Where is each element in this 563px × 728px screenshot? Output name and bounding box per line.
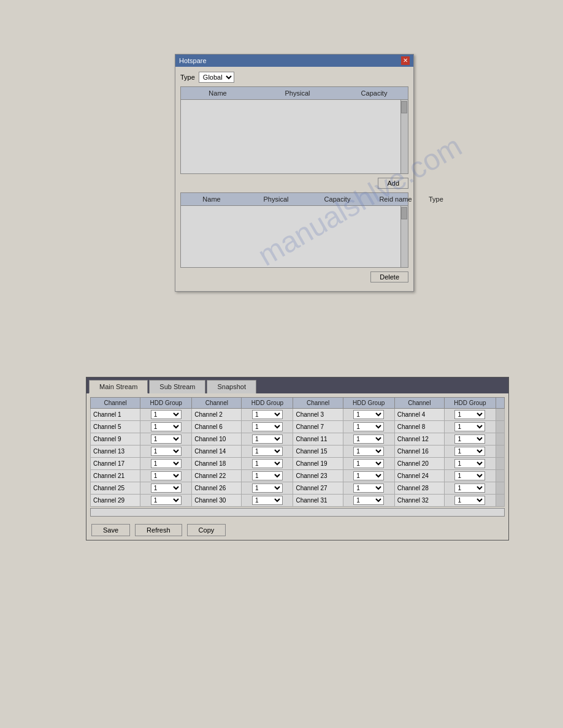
hdd-group-select[interactable]: 1 [151, 496, 182, 505]
hdd-group-select[interactable]: 1 [454, 447, 485, 456]
channel-name-cell: Channel 19 [293, 458, 343, 470]
table-row: Channel 11Channel 21Channel 31Channel 41 [91, 409, 505, 421]
dialog-close-button[interactable]: ✕ [401, 56, 410, 65]
hotspare-dialog: Hotspare ✕ Type Global Local Name Physic… [175, 54, 414, 292]
hdd-group-cell: 1 [242, 421, 293, 433]
hdd-group-select[interactable]: 1 [151, 483, 182, 493]
col-type: Type [426, 194, 446, 204]
tab-fill [258, 380, 508, 393]
hdd-group-select[interactable]: 1 [353, 434, 384, 444]
channel-name-cell: Channel 3 [293, 409, 343, 421]
channel-name-cell: Channel 23 [293, 470, 343, 482]
channel-name-cell: Channel 11 [293, 433, 343, 446]
channel-table: Channel HDD Group Channel HDD Group Chan… [90, 397, 505, 507]
refresh-button[interactable]: Refresh [135, 524, 182, 536]
channel-name-cell: Channel 6 [192, 421, 242, 433]
add-button[interactable]: Add [378, 178, 408, 189]
tab-snapshot[interactable]: Snapshot [207, 380, 256, 393]
hdd-group-select[interactable]: 1 [252, 422, 283, 431]
channel-name-cell: Channel 12 [394, 433, 444, 446]
th-channel4: Channel [394, 398, 444, 409]
hdd-group-select[interactable]: 1 [252, 434, 283, 444]
top-table-header: Name Physical Capacity [181, 87, 408, 100]
dialog-titlebar: Hotspare ✕ [175, 55, 413, 67]
th-hdd1: HDD Group [140, 398, 192, 409]
channel-name-cell: Channel 18 [192, 458, 242, 470]
hdd-group-cell: 1 [140, 409, 192, 421]
th-hdd2: HDD Group [242, 398, 293, 409]
type-select[interactable]: Global Local [199, 72, 234, 83]
channel-name-cell: Channel 10 [192, 433, 242, 446]
bottom-buttons: Save Refresh Copy [86, 520, 508, 540]
channel-name-cell: Channel 25 [91, 482, 140, 495]
dialog-content: Type Global Local Name Physical Capacity… [175, 67, 413, 291]
scroll-cell [496, 421, 505, 433]
hdd-group-select[interactable]: 1 [353, 483, 384, 493]
top-table-container: Name Physical Capacity [180, 86, 408, 174]
bottom-table-header: Name Physical Capacity Reid name Type [181, 193, 408, 206]
tab-bar: Main Stream Sub Stream Snapshot [86, 377, 508, 393]
th-channel1: Channel [91, 398, 140, 409]
hdd-group-select[interactable]: 1 [252, 496, 283, 505]
save-button[interactable]: Save [91, 524, 130, 536]
hdd-group-select[interactable]: 1 [454, 410, 485, 419]
hdd-group-select[interactable]: 1 [454, 496, 485, 505]
hdd-group-select[interactable]: 1 [151, 410, 182, 419]
hdd-group-cell: 1 [242, 458, 293, 470]
hdd-group-select[interactable]: 1 [252, 471, 283, 480]
hdd-group-select[interactable]: 1 [353, 447, 384, 456]
tab-main-stream[interactable]: Main Stream [89, 380, 148, 393]
add-btn-row: Add [180, 178, 408, 189]
hdd-group-select[interactable]: 1 [252, 483, 283, 493]
table-row: Channel 91Channel 101Channel 111Channel … [91, 433, 505, 446]
hdd-group-select[interactable]: 1 [353, 410, 384, 419]
table-row: Channel 251Channel 261Channel 271Channel… [91, 482, 505, 495]
col-physical2: Physical [242, 194, 310, 204]
channel-name-cell: Channel 7 [293, 421, 343, 433]
channel-name-cell: Channel 13 [91, 446, 140, 458]
channel-name-cell: Channel 9 [91, 433, 140, 446]
hdd-group-select[interactable]: 1 [252, 410, 283, 419]
hdd-group-select[interactable]: 1 [454, 422, 485, 431]
hdd-group-cell: 1 [343, 446, 394, 458]
top-scrollbar[interactable] [400, 100, 408, 173]
hdd-group-select[interactable]: 1 [454, 483, 485, 493]
hdd-group-select[interactable]: 1 [151, 471, 182, 480]
table-scroll-area[interactable] [90, 508, 505, 517]
hdd-group-select[interactable]: 1 [151, 459, 182, 468]
channel-name-cell: Channel 27 [293, 482, 343, 495]
hdd-group-select[interactable]: 1 [252, 447, 283, 456]
hdd-group-select[interactable]: 1 [151, 422, 182, 431]
col-physical: Physical [255, 88, 340, 98]
channel-name-cell: Channel 20 [394, 458, 444, 470]
type-row: Type Global Local [180, 72, 408, 83]
hdd-group-cell: 1 [444, 409, 496, 421]
bottom-scrollbar-thumb[interactable] [401, 207, 407, 219]
hdd-group-cell: 1 [444, 470, 496, 482]
hdd-group-select[interactable]: 1 [353, 422, 384, 431]
bottom-scrollbar[interactable] [400, 206, 408, 267]
hdd-group-cell: 1 [343, 458, 394, 470]
hdd-group-select[interactable]: 1 [353, 496, 384, 505]
channel-name-cell: Channel 2 [192, 409, 242, 421]
channel-name-cell: Channel 22 [192, 470, 242, 482]
hdd-group-select[interactable]: 1 [353, 459, 384, 468]
hdd-group-select[interactable]: 1 [353, 471, 384, 480]
hdd-group-select[interactable]: 1 [454, 459, 485, 468]
col-name2: Name [181, 194, 242, 204]
hdd-group-select[interactable]: 1 [151, 434, 182, 444]
hdd-group-select[interactable]: 1 [454, 434, 485, 444]
hdd-group-cell: 1 [242, 482, 293, 495]
top-scrollbar-thumb[interactable] [401, 101, 407, 113]
hdd-group-select[interactable]: 1 [454, 471, 485, 480]
type-label: Type [180, 74, 195, 81]
delete-button[interactable]: Delete [370, 271, 408, 282]
hdd-group-select[interactable]: 1 [252, 459, 283, 468]
hdd-group-cell: 1 [140, 470, 192, 482]
table-header-row: Channel HDD Group Channel HDD Group Chan… [91, 398, 505, 409]
tab-sub-stream[interactable]: Sub Stream [149, 380, 205, 393]
hdd-group-cell: 1 [343, 482, 394, 495]
hdd-group-select[interactable]: 1 [151, 447, 182, 456]
th-hdd4: HDD Group [444, 398, 496, 409]
copy-button[interactable]: Copy [187, 524, 226, 536]
